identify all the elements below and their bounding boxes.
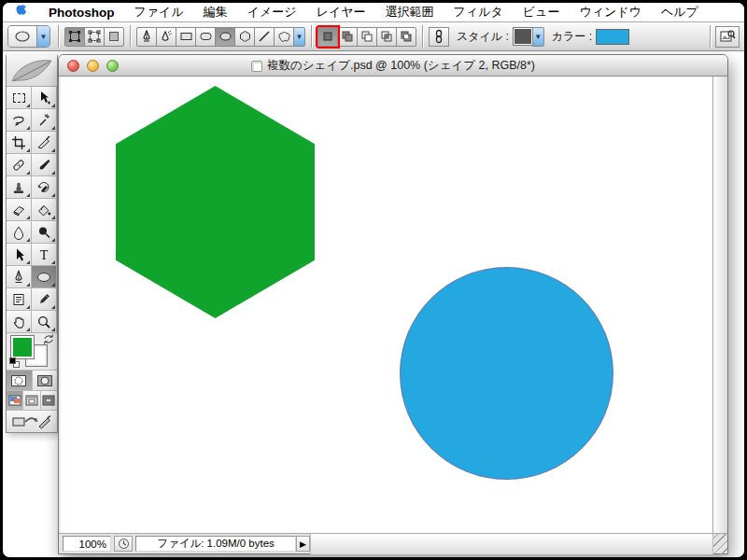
menu-help[interactable]: ヘルプ xyxy=(661,4,698,21)
eraser-tool[interactable] xyxy=(7,199,32,221)
standard-screen-mode-button[interactable] xyxy=(7,391,23,410)
history-brush-icon xyxy=(36,180,51,195)
path-selection-tool[interactable] xyxy=(7,244,32,266)
slice-tool[interactable] xyxy=(32,132,57,154)
clone-stamp-tool[interactable] xyxy=(7,176,32,199)
shape-tools-group: ▼ xyxy=(136,27,305,47)
healing-brush-tool[interactable] xyxy=(7,154,32,176)
document-titlebar[interactable]: 複数のシェイプ.psd @ 100% (シェイプ 2, RGB/8*) xyxy=(59,55,727,77)
menu-filter[interactable]: フィルタ xyxy=(454,4,503,21)
circle-shape[interactable] xyxy=(400,267,613,480)
hexagon-shape[interactable] xyxy=(116,86,315,318)
zoom-window-button[interactable] xyxy=(106,60,119,72)
rectangular-marquee-tool[interactable] xyxy=(7,87,32,109)
menu-image[interactable]: イメージ xyxy=(247,4,297,21)
ellipse-tool-icon xyxy=(35,270,52,285)
menu-window[interactable]: ウィンドウ xyxy=(579,4,641,21)
fullscreen-with-menu-button[interactable] xyxy=(23,391,40,410)
freeform-pen-tool-button[interactable] xyxy=(156,27,176,47)
vertical-scrollbar[interactable] xyxy=(712,77,727,533)
ellipse-shape-tool-selected[interactable] xyxy=(32,266,57,288)
menu-view[interactable]: ビュー xyxy=(523,4,560,21)
type-tool[interactable]: T xyxy=(32,244,57,266)
status-bar: 100% ファイル: 1.09M/0 bytes ▶ xyxy=(59,533,727,553)
intersect-shape-areas-button[interactable] xyxy=(376,27,397,47)
paint-bucket-tool[interactable] xyxy=(32,199,57,221)
eraser-icon xyxy=(11,203,26,217)
rounded-rectangle-tool-button[interactable] xyxy=(195,27,216,47)
create-new-shape-layer-button[interactable] xyxy=(317,27,338,47)
shape-color-swatch[interactable] xyxy=(596,29,629,45)
crop-tool[interactable] xyxy=(7,132,32,154)
new-shape-layer-icon xyxy=(321,30,334,43)
edit-in-imageready-button[interactable] xyxy=(7,411,57,432)
menu-edit[interactable]: 編集 xyxy=(204,4,228,21)
dodge-tool[interactable] xyxy=(32,221,57,244)
fullscreen-button[interactable] xyxy=(41,391,57,410)
swap-colors-icon[interactable] xyxy=(43,334,54,344)
canvas[interactable] xyxy=(61,77,712,533)
pen-tool-button[interactable] xyxy=(136,27,157,47)
zoom-magnifier-icon xyxy=(36,315,51,329)
custom-shape-tool-button[interactable] xyxy=(274,27,294,47)
menu-file[interactable]: ファイル xyxy=(134,4,184,21)
toolbox-header[interactable] xyxy=(7,55,57,87)
minimize-button[interactable] xyxy=(87,60,99,72)
shape-layers-mode-button[interactable] xyxy=(64,27,85,47)
document-icon xyxy=(251,61,262,72)
brush-tool[interactable] xyxy=(32,154,57,176)
notes-tool[interactable] xyxy=(7,288,32,311)
lasso-icon xyxy=(11,113,26,128)
chain-link-icon xyxy=(434,29,444,44)
menu-photoshop[interactable]: Photoshop xyxy=(49,6,115,20)
window-controls xyxy=(59,60,119,72)
add-to-shape-area-button[interactable] xyxy=(337,27,358,47)
brush-icon xyxy=(36,158,51,173)
history-brush-tool[interactable] xyxy=(32,176,57,199)
feather-logo-icon xyxy=(8,57,55,85)
eyedropper-tool[interactable] xyxy=(32,288,57,311)
timer-button[interactable] xyxy=(114,536,133,552)
standard-screen-icon xyxy=(8,395,21,406)
status-menu-arrow[interactable]: ▶ xyxy=(296,536,310,552)
tool-preset-dropdown-icon[interactable]: ▼ xyxy=(36,26,49,47)
style-dropdown-icon[interactable]: ▼ xyxy=(532,27,544,47)
line-tool-button[interactable] xyxy=(254,27,275,47)
standard-mode-button[interactable] xyxy=(7,371,33,390)
link-button[interactable] xyxy=(429,27,449,47)
apple-menu[interactable] xyxy=(16,5,29,20)
magic-wand-tool[interactable] xyxy=(32,109,57,132)
move-tool[interactable] xyxy=(32,87,57,109)
resize-grip[interactable] xyxy=(712,534,727,554)
paths-mode-button[interactable] xyxy=(84,27,105,47)
add-shape-area-icon xyxy=(341,30,354,43)
polygon-tool-button[interactable] xyxy=(234,27,255,47)
file-info-field[interactable]: ファイル: 1.09M/0 bytes xyxy=(135,536,296,552)
subtract-from-shape-area-button[interactable] xyxy=(357,27,377,47)
ellipse-tool-button[interactable] xyxy=(215,27,235,47)
quick-mask-mode-button[interactable] xyxy=(33,371,58,390)
menu-layer[interactable]: レイヤー xyxy=(317,4,366,21)
file-browser-button[interactable] xyxy=(715,26,740,48)
zoom-level-field[interactable]: 100% xyxy=(63,536,111,552)
foreground-color-swatch[interactable] xyxy=(11,336,34,358)
draw-mode-group xyxy=(64,27,124,47)
pen-tool[interactable] xyxy=(7,266,32,288)
pen-icon xyxy=(140,30,153,44)
blur-drop-icon xyxy=(11,225,26,240)
tool-preset-picker[interactable]: ▼ xyxy=(7,25,50,48)
blur-tool[interactable] xyxy=(7,221,32,244)
hand-tool[interactable] xyxy=(7,311,32,333)
close-button[interactable] xyxy=(67,60,79,72)
zoom-tool[interactable] xyxy=(32,311,57,333)
exclude-overlapping-areas-button[interactable] xyxy=(396,27,416,47)
fill-pixels-mode-button[interactable] xyxy=(104,27,124,47)
horizontal-scrollbar[interactable] xyxy=(310,534,712,554)
lasso-tool[interactable] xyxy=(7,109,32,132)
standard-mode-icon xyxy=(10,374,27,387)
style-swatch[interactable] xyxy=(513,27,533,46)
menu-select[interactable]: 選択範囲 xyxy=(386,4,434,21)
shape-options-dropdown-icon[interactable]: ▼ xyxy=(293,27,305,47)
default-colors-icon[interactable] xyxy=(9,357,20,368)
rectangle-tool-button[interactable] xyxy=(176,27,196,47)
